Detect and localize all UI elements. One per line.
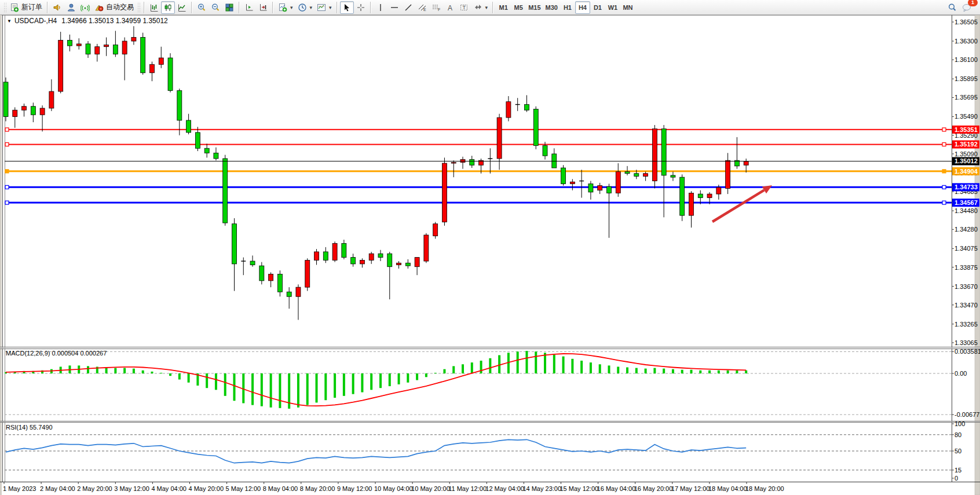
svg-text:A: A [448,3,452,12]
svg-text:1.33470: 1.33470 [955,302,978,309]
accounts-button[interactable] [64,1,78,14]
svg-text:T: T [462,5,466,10]
tab-timeframe-m1[interactable]: M1 [496,1,511,14]
zoom-in-button[interactable] [195,1,209,14]
text-button[interactable]: A [443,1,457,14]
alerts-button[interactable] [50,1,64,14]
templates-button[interactable]: ▾ [315,1,334,14]
toolbar-separator [47,2,48,13]
svg-text:11 May 12:00: 11 May 12:00 [448,485,487,492]
bar-chart-button[interactable] [147,1,161,14]
svg-text:1.34733: 1.34733 [955,184,978,190]
horizontal-line-icon [390,3,399,12]
svg-text:8 May 04:00: 8 May 04:00 [263,485,298,492]
crosshair-button[interactable] [354,1,368,14]
tile-windows-icon [225,3,234,12]
toolbar-grip[interactable] [3,2,6,13]
tab-timeframe-m30[interactable]: M30 [543,1,560,14]
search-icon [948,3,957,12]
toolbar-grip[interactable] [137,2,140,13]
svg-text:1.33875: 1.33875 [955,264,978,271]
search-button[interactable] [945,1,959,14]
svg-text:1.33670: 1.33670 [955,283,978,290]
line-chart-button[interactable] [175,1,189,14]
chart-shift-icon [258,3,268,12]
equidistant-channel-button[interactable]: E [415,1,429,14]
svg-text:1.34904: 1.34904 [955,168,978,175]
text-icon: A [445,3,455,12]
svg-text:-0.006775: -0.006775 [955,411,980,418]
svg-text:1.35192: 1.35192 [955,141,978,148]
svg-text:17 May 12:00: 17 May 12:00 [671,485,710,492]
svg-text:0: 0 [955,475,958,482]
toolbar-separator [370,2,371,13]
candlesticks-icon [163,3,173,12]
arrows-button[interactable]: ▾ [471,1,491,14]
auto-scroll-button[interactable] [242,1,256,14]
new-order-icon [10,3,19,12]
text-label-button[interactable]: T [457,1,471,14]
signal-icon [81,3,90,12]
signal-button[interactable] [78,1,92,14]
chevron-down-icon: ▾ [485,5,488,10]
svg-text:1.35090: 1.35090 [955,151,978,157]
svg-text:1.34480: 1.34480 [955,207,978,214]
autotrade-button[interactable]: 自动交易 [92,1,136,14]
toolbar-separator [191,2,192,13]
svg-text:1.35490: 1.35490 [955,113,978,120]
svg-text:1 May 2023: 1 May 2023 [3,485,36,492]
svg-text:F: F [438,8,440,12]
trendline-button[interactable] [401,1,415,14]
fibonacci-icon: F [432,3,441,12]
auto-scroll-icon [244,3,254,12]
candlesticks-button[interactable] [161,1,175,14]
svg-text:5 May 12:00: 5 May 12:00 [226,485,261,492]
tab-timeframe-m5[interactable]: M5 [511,1,526,14]
svg-text:1.33065: 1.33065 [955,339,978,346]
svg-text:14 May 23:00: 14 May 23:00 [522,485,561,492]
tab-timeframe-w1[interactable]: W1 [605,1,620,14]
svg-text:0.003581: 0.003581 [955,348,980,355]
svg-text:1.36300: 1.36300 [955,38,978,45]
clock-icon [298,3,307,12]
new-order-label: 新订单 [21,2,42,12]
fibonacci-button[interactable]: F [429,1,443,14]
cursor-button[interactable] [340,1,354,14]
tab-timeframe-d1[interactable]: D1 [590,1,605,14]
toolbar-separator [337,2,338,13]
indicators-icon [278,3,287,12]
vertical-line-button[interactable] [374,1,387,14]
tab-timeframe-m15[interactable]: M15 [526,1,543,14]
chart-window[interactable]: 1.365051.363001.361001.358951.356951.354… [0,15,980,495]
tab-timeframe-mn[interactable]: MN [620,1,635,14]
periods-button[interactable]: ▾ [295,1,315,14]
indicators-button[interactable]: ▾ [276,1,295,14]
svg-text:50: 50 [955,448,961,454]
autotrade-icon [94,3,104,12]
vertical-line-icon [376,3,385,12]
new-order-button[interactable]: 新订单 [8,1,45,14]
svg-text:1.35895: 1.35895 [955,75,978,82]
svg-text:9 May 12:00: 9 May 12:00 [337,485,372,492]
tab-timeframe-h4[interactable]: H4 [575,1,590,14]
svg-text:3 May 12:00: 3 May 12:00 [114,485,149,492]
tile-windows-button[interactable] [222,1,236,14]
crosshair-icon [356,3,365,12]
autotrade-label: 自动交易 [106,2,134,12]
chevron-down-icon: ▾ [290,5,293,10]
notification-badge: 1 [968,0,978,6]
zoom-in-icon [197,3,206,12]
chevron-down-icon: ▾ [329,5,332,10]
zoom-out-button[interactable] [209,1,222,14]
zoom-out-icon [211,3,220,12]
horizontal-line-button[interactable] [387,1,401,14]
speaker-icon [53,3,62,12]
svg-text:16 May 04:00: 16 May 04:00 [597,485,636,492]
tab-timeframe-h1[interactable]: H1 [560,1,575,14]
line-chart-icon [177,3,187,12]
toolbar-separator [144,2,145,13]
svg-text:0.00: 0.00 [955,370,967,377]
chart-canvas[interactable]: 1.365051.363001.361001.358951.356951.354… [0,15,980,495]
svg-text:1.36505: 1.36505 [955,19,978,25]
chart-shift-button[interactable] [256,1,270,14]
